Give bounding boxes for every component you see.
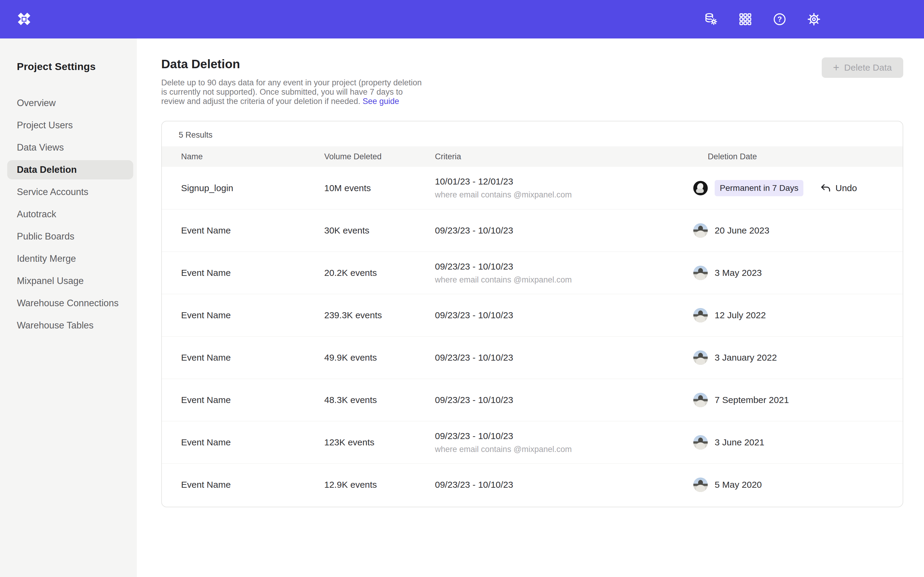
sidebar-nav: OverviewProject UsersData ViewsData Dele… (0, 92, 137, 337)
criteria-cell: 09/23/23 - 10/10/23 (435, 310, 693, 320)
criteria-cell: 09/23/23 - 10/10/23 (435, 226, 693, 235)
criteria-cell: 09/23/23 - 10/10/23 (435, 353, 693, 363)
criteria-cell: 09/23/23 - 10/10/23 where email contains… (435, 431, 693, 454)
table-row: Event Name 12.9K events 09/23/23 - 10/10… (162, 463, 903, 506)
settings-sidebar: Project Settings OverviewProject UsersDa… (0, 39, 137, 577)
deletion-date-label: 3 June 2021 (715, 437, 764, 448)
sidebar-item-overview[interactable]: Overview (0, 92, 137, 114)
deletion-date-cell: Permanent in 7 Days Undo (693, 180, 903, 196)
volume-deleted-cell: 123K events (324, 437, 435, 448)
deletion-date-cell: 3 May 2023 (693, 266, 903, 280)
deletion-date-cell: 7 September 2021 (693, 393, 903, 407)
sidebar-item-mixpanel-usage[interactable]: Mixpanel Usage (0, 270, 137, 292)
deletion-date-label: 7 September 2021 (715, 395, 789, 405)
user-avatar (693, 181, 708, 195)
column-header-name: Name (162, 152, 324, 161)
user-avatar (693, 266, 708, 280)
sidebar-item-warehouse-tables[interactable]: Warehouse Tables (0, 314, 137, 337)
table-header-row: Name Volume Deleted Criteria Deletion Da… (162, 147, 903, 167)
sidebar-title: Project Settings (17, 61, 137, 73)
criteria-cell: 09/23/23 - 10/10/23 (435, 395, 693, 405)
event-name-cell: Event Name (162, 226, 324, 235)
table-row: Event Name 48.3K events 09/23/23 - 10/10… (162, 379, 903, 421)
undo-arrow-icon (820, 183, 831, 193)
column-header-criteria: Criteria (435, 152, 693, 161)
deletion-date-cell: 20 June 2023 (693, 223, 903, 238)
user-avatar (693, 393, 708, 407)
criteria-subtext: where email contains @mixpanel.com (435, 445, 693, 454)
deletion-date-label: 12 July 2022 (715, 310, 766, 320)
criteria-subtext: where email contains @mixpanel.com (435, 190, 693, 200)
settings-gear-icon[interactable] (807, 12, 821, 26)
deletion-date-cell: 12 July 2022 (693, 308, 903, 322)
volume-deleted-cell: 20.2K events (324, 268, 435, 278)
delete-data-button[interactable]: + Delete Data (822, 57, 903, 78)
table-row: Signup_login 10M events 10/01/23 - 12/01… (162, 167, 903, 209)
deletion-table-card: 5 Results Name Volume Deleted Criteria D… (161, 121, 903, 507)
volume-deleted-cell: 12.9K events (324, 480, 435, 490)
volume-deleted-cell: 49.9K events (324, 353, 435, 363)
event-name-cell: Event Name (162, 353, 324, 363)
criteria-subtext: where email contains @mixpanel.com (435, 275, 693, 285)
svg-text:?: ? (777, 15, 782, 23)
event-name-cell: Event Name (162, 480, 324, 490)
page-title: Data Deletion (161, 57, 240, 71)
event-name-cell: Signup_login (162, 183, 324, 193)
sidebar-item-public-boards[interactable]: Public Boards (0, 226, 137, 248)
table-row: Event Name 49.9K events 09/23/23 - 10/10… (162, 336, 903, 379)
apps-grid-icon[interactable] (738, 12, 753, 26)
table-row: Event Name 239.3K events 09/23/23 - 10/1… (162, 294, 903, 336)
deletion-date-label: 3 January 2022 (715, 353, 777, 363)
deletion-date-label: 5 May 2020 (715, 480, 762, 490)
help-icon[interactable]: ? (772, 12, 787, 26)
column-header-volume: Volume Deleted (324, 152, 435, 161)
user-avatar (693, 435, 708, 450)
sidebar-item-data-views[interactable]: Data Views (0, 137, 137, 159)
volume-deleted-cell: 30K events (324, 226, 435, 235)
sidebar-item-warehouse-connections[interactable]: Warehouse Connections (0, 292, 137, 314)
volume-deleted-cell: 48.3K events (324, 395, 435, 405)
volume-deleted-cell: 10M events (324, 183, 435, 193)
volume-deleted-cell: 239.3K events (324, 310, 435, 320)
table-row: Event Name 20.2K events 09/23/23 - 10/10… (162, 251, 903, 294)
main-content: Data Deletion Delete up to 90 days data … (137, 39, 924, 577)
deletion-date-cell: 5 May 2020 (693, 477, 903, 492)
status-badge: Permanent in 7 Days (715, 180, 803, 196)
event-name-cell: Event Name (162, 268, 324, 278)
event-name-cell: Event Name (162, 310, 324, 320)
deletion-date-cell: 3 June 2021 (693, 435, 903, 450)
sidebar-item-data-deletion[interactable]: Data Deletion (7, 160, 133, 179)
undo-button[interactable]: Undo (820, 183, 857, 193)
column-header-deletion-date: Deletion Date (693, 152, 903, 161)
results-count: 5 Results (179, 131, 213, 140)
plus-icon: + (833, 62, 840, 73)
criteria-cell: 10/01/23 - 12/01/23 where email contains… (435, 176, 693, 200)
mixpanel-logo[interactable]: ✖ (16, 11, 32, 27)
user-avatar (693, 223, 708, 238)
sidebar-item-autotrack[interactable]: Autotrack (0, 203, 137, 226)
user-avatar (693, 308, 708, 322)
page-description: Delete up to 90 days data for any event … (161, 78, 428, 106)
see-guide-link[interactable]: See guide (362, 97, 399, 106)
sidebar-item-project-users[interactable]: Project Users (0, 114, 137, 137)
table-body: Signup_login 10M events 10/01/23 - 12/01… (162, 167, 903, 506)
table-row: Event Name 30K events 09/23/23 - 10/10/2… (162, 209, 903, 251)
data-management-icon[interactable] (704, 12, 718, 26)
user-avatar (693, 477, 708, 492)
deletion-date-cell: 3 January 2022 (693, 350, 903, 365)
user-avatar (693, 350, 708, 365)
topbar-icon-group: ? (704, 0, 821, 39)
deletion-date-label: 20 June 2023 (715, 226, 769, 235)
sidebar-item-service-accounts[interactable]: Service Accounts (0, 181, 137, 203)
deletion-date-label: 3 May 2023 (715, 268, 762, 278)
event-name-cell: Event Name (162, 395, 324, 405)
criteria-cell: 09/23/23 - 10/10/23 (435, 480, 693, 490)
top-navigation-bar: ✖ ? (0, 0, 924, 39)
event-name-cell: Event Name (162, 437, 324, 448)
criteria-cell: 09/23/23 - 10/10/23 where email contains… (435, 261, 693, 285)
table-row: Event Name 123K events 09/23/23 - 10/10/… (162, 421, 903, 463)
sidebar-item-identity-merge[interactable]: Identity Merge (0, 248, 137, 270)
